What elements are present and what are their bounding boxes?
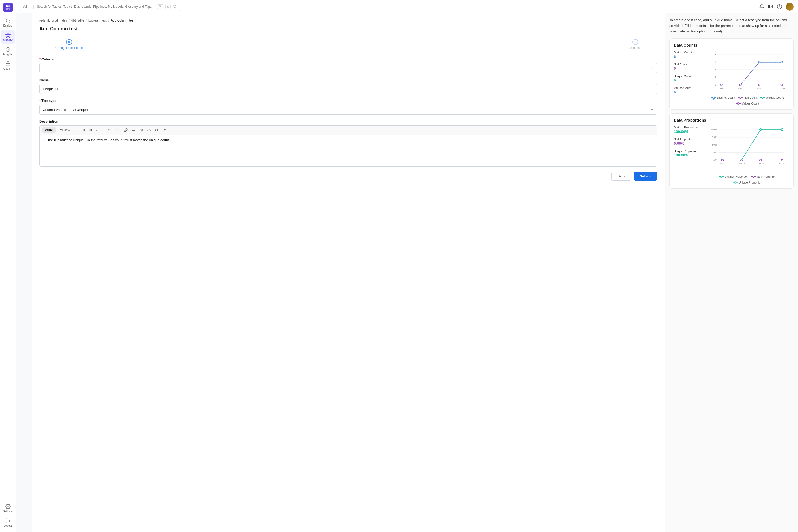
breadcrumb-item-3[interactable]: boolean_test	[88, 19, 107, 22]
column-required-marker: *	[39, 57, 41, 61]
svg-point-9	[173, 5, 176, 7]
sidebar-item-explore[interactable]: Explore	[1, 16, 15, 29]
svg-text:4: 4	[715, 68, 716, 71]
toolbar-strikethrough-btn[interactable]: S	[100, 128, 105, 133]
toolbar-blockquote-btn[interactable]: 66	[138, 128, 144, 132]
test-type-required-marker: *	[39, 99, 41, 103]
toolbar-hr-btn[interactable]: —	[131, 128, 136, 133]
back-button[interactable]: Back	[611, 172, 631, 180]
stat-distinct-proportion: Distinct Proportion 100.00%	[674, 126, 703, 134]
toolbar-italic-btn[interactable]: I	[95, 128, 98, 133]
explore-icon	[5, 18, 11, 23]
legend-null-proportion: Null Proportion	[751, 175, 776, 178]
description-label: Description	[39, 119, 657, 124]
search-icon	[173, 4, 177, 9]
toolbar-code-btn[interactable]: </>	[146, 128, 152, 132]
legend-distinct-proportion: Distinct Proportion	[719, 175, 748, 178]
legend-unique-count: Unique Count	[760, 96, 784, 99]
svg-text:0: 0	[715, 83, 716, 86]
svg-text:16/Oct: 16/Oct	[757, 163, 764, 165]
toolbar-cb-btn[interactable]: CB	[154, 128, 160, 132]
data-proportions-chart: 100% 75% 50% 25% 0% 16/Oct 16/Oct	[706, 126, 789, 184]
svg-text:0%: 0%	[714, 159, 717, 162]
data-counts-stats: Distinct Count 6 Null Count 0 Unique Cou…	[674, 51, 703, 105]
quality-icon	[5, 33, 11, 38]
data-proportions-stats: Distinct Proportion 100.00% Null Proport…	[674, 126, 703, 184]
sidebar-item-logout-label: Logout	[4, 524, 12, 527]
action-row: Back Submit	[39, 172, 657, 180]
stat-null-proportion-value: 0.00%	[674, 141, 703, 146]
stat-null-count-label: Null Count	[674, 62, 703, 66]
toolbar-unordered-list-btn[interactable]	[107, 128, 113, 132]
toolbar-bold-btn[interactable]: B	[88, 128, 93, 133]
step-label-configure: Configure test case	[55, 46, 83, 50]
svg-text:16/Oct: 16/Oct	[718, 87, 725, 89]
legend-distinct-proportion-label: Distinct Proportion	[725, 175, 748, 178]
data-proportions-content: Distinct Proportion 100.00% Null Proport…	[674, 126, 789, 184]
toolbar-ordered-list-btn[interactable]: 123	[115, 128, 121, 132]
submit-button[interactable]: Submit	[634, 172, 657, 180]
editor-tab-write[interactable]: Write	[42, 127, 56, 133]
svg-point-67	[781, 159, 783, 161]
search-bar[interactable]: All ⌘ K	[20, 2, 180, 11]
dropdown-arrow-icon	[28, 5, 31, 8]
column-label: * Column	[39, 57, 657, 61]
name-input[interactable]	[39, 84, 657, 94]
legend-values-count: Values Count	[736, 102, 759, 105]
stat-values-count-label: Values Count	[674, 86, 703, 90]
column-select[interactable]: id	[39, 63, 657, 73]
breadcrumb: redshift_prod / dev / dbt_jaffle / boole…	[39, 19, 657, 22]
help-icon[interactable]	[777, 4, 782, 9]
step-circle-success	[632, 39, 638, 45]
sidebar-item-settings[interactable]: Settings	[1, 502, 15, 515]
editor-body[interactable]: All the IDs must be unique. So the total…	[39, 135, 657, 167]
svg-text:8: 8	[715, 53, 716, 56]
notifications-icon[interactable]	[759, 4, 764, 9]
toolbar-heading-btn[interactable]: H	[81, 128, 86, 133]
stat-unique-count-value: 6	[674, 78, 703, 82]
sidebar-item-logout[interactable]: Logout	[1, 516, 15, 529]
data-proportions-card: Data Proportions Distinct Proportion 100…	[669, 113, 794, 189]
page-title: Add Column test	[39, 26, 657, 32]
test-type-select[interactable]: Column Values To Be Unique	[39, 104, 657, 115]
legend-values-count-label: Values Count	[742, 102, 759, 105]
breadcrumb-sep-2: /	[86, 19, 87, 22]
toolbar-md-btn[interactable]: M↓	[163, 128, 169, 132]
data-counts-card: Data Counts Distinct Count 6 Null Count …	[669, 38, 794, 110]
svg-rect-2	[5, 8, 7, 10]
sidebar-item-settings-label: Settings	[3, 510, 13, 513]
data-proportions-title: Data Proportions	[674, 118, 789, 122]
test-type-field-group: * Test type Column Values To Be Unique	[39, 99, 657, 115]
svg-text:2: 2	[715, 76, 716, 79]
sidebar-item-quality[interactable]: Quality	[1, 30, 15, 44]
stat-values-count-value: 6	[674, 90, 703, 94]
svg-point-15	[108, 129, 109, 129]
app-logo[interactable]	[3, 3, 13, 12]
editor-tab-preview[interactable]: Preview	[56, 127, 73, 133]
editor-toolbar: Write Preview H B I S 123 — 66	[39, 125, 657, 135]
svg-point-45	[781, 84, 783, 86]
sidebar-item-govern[interactable]: Govern	[1, 59, 15, 72]
search-filter-label: All	[23, 4, 27, 8]
stat-distinct-count: Distinct Count 6	[674, 51, 703, 58]
legend-distinct-count: Distinct Count	[711, 96, 735, 99]
user-avatar[interactable]	[786, 3, 794, 11]
settings-icon	[5, 504, 11, 509]
step-label-success: Success	[629, 46, 641, 50]
name-label: Name	[39, 78, 657, 82]
sidebar-item-insights[interactable]: Insights	[1, 45, 15, 58]
locale-selector[interactable]: EN	[768, 4, 773, 8]
stat-distinct-proportion-value: 100.00%	[674, 130, 703, 134]
svg-text:6: 6	[715, 61, 716, 63]
breadcrumb-sep-1: /	[69, 19, 70, 22]
svg-text:50%: 50%	[712, 144, 717, 146]
sidebar-item-quality-label: Quality	[3, 39, 13, 41]
breadcrumb-item-1[interactable]: dev	[62, 19, 67, 22]
breadcrumb-item-2[interactable]: dbt_jaffle	[71, 19, 84, 22]
stat-null-count-value: 0	[674, 66, 703, 71]
search-input[interactable]	[37, 5, 155, 8]
svg-text:25%: 25%	[712, 151, 717, 154]
toolbar-link-btn[interactable]	[123, 128, 129, 132]
stat-null-proportion-label: Null Proportion	[674, 137, 703, 141]
breadcrumb-item-0[interactable]: redshift_prod	[39, 19, 58, 22]
